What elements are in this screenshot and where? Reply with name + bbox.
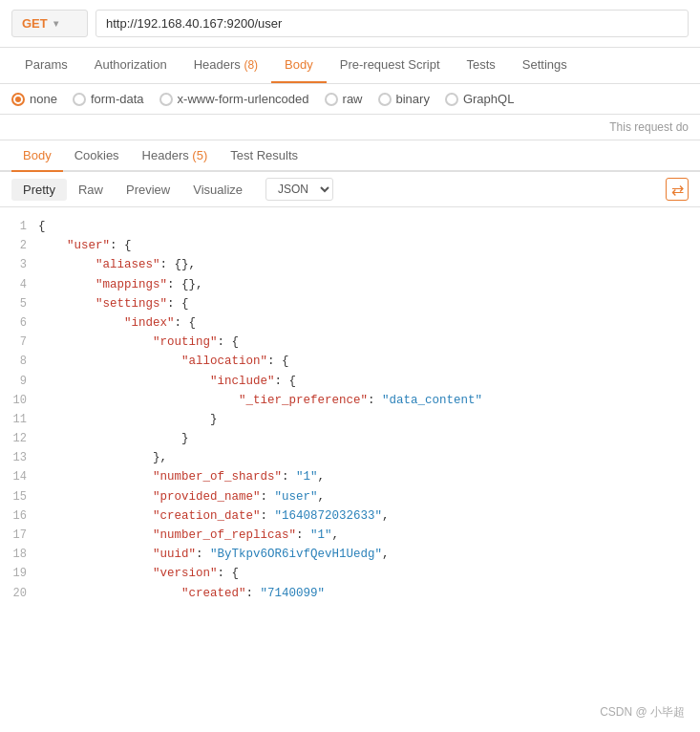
response-tab-body[interactable]: Body <box>11 140 63 172</box>
radio-dot-form-data <box>73 93 86 106</box>
json-line: 5 "settings": { <box>0 294 700 313</box>
tab-params[interactable]: Params <box>11 48 81 83</box>
body-type-row: noneform-datax-www-form-urlencodedrawbin… <box>0 84 700 115</box>
method-label: GET <box>22 16 48 31</box>
body-type-binary[interactable]: binary <box>378 92 430 106</box>
wrap-icon[interactable]: ⇄ <box>666 178 689 201</box>
url-bar: GET ▾ <box>0 0 700 48</box>
response-tab-cookies[interactable]: Cookies <box>63 140 131 172</box>
radio-dot-none <box>11 93 25 106</box>
body-type-x-www-form-urlencoded[interactable]: x-www-form-urlencoded <box>159 92 309 106</box>
tab-tests[interactable]: Tests <box>454 48 509 83</box>
json-line: 6 "index": { <box>0 313 700 333</box>
json-line: 19 "version": { <box>0 564 700 583</box>
sub-tab-row: PrettyRawPreviewVisualizeJSON⇄ <box>0 172 700 207</box>
tab-body[interactable]: Body <box>271 48 327 83</box>
json-line: 10 "_tier_preference": "data_content" <box>0 391 700 410</box>
json-line: 4 "mappings": {}, <box>0 275 700 294</box>
tab-authorization[interactable]: Authorization <box>81 48 180 83</box>
body-type-raw[interactable]: raw <box>325 92 363 106</box>
json-line: 16 "creation_date": "1640872032633", <box>0 506 700 526</box>
request-tabs: ParamsAuthorizationHeaders (8)BodyPre-re… <box>0 48 700 84</box>
body-type-none[interactable]: none <box>11 92 57 106</box>
json-line: 9 "include": { <box>0 372 700 391</box>
json-line: 13 }, <box>0 448 700 467</box>
sub-tab-visualize[interactable]: Visualize <box>181 179 254 201</box>
json-line: 12 } <box>0 429 700 448</box>
sub-tab-raw[interactable]: Raw <box>67 179 115 201</box>
json-line: 2 "user": { <box>0 236 700 255</box>
method-selector[interactable]: GET ▾ <box>11 10 88 37</box>
tab-settings[interactable]: Settings <box>509 48 581 83</box>
radio-dot-x-www-form-urlencoded <box>159 93 173 106</box>
sub-tab-pretty[interactable]: Pretty <box>11 179 67 201</box>
json-line: 20 "created": "7140099" <box>0 584 700 603</box>
response-tabs: BodyCookiesHeaders (5)Test Results <box>0 140 700 172</box>
method-chevron: ▾ <box>53 18 58 29</box>
radio-dot-graphql <box>445 93 458 106</box>
body-type-form-data[interactable]: form-data <box>73 92 144 106</box>
response-tab-headers[interactable]: Headers (5) <box>131 140 220 172</box>
info-bar: This request do <box>0 115 700 140</box>
json-line: 8 "allocation": { <box>0 352 700 371</box>
tab-headers[interactable]: Headers (8) <box>180 48 271 83</box>
format-select-wrap: JSON <box>265 178 333 201</box>
radio-dot-raw <box>325 93 338 106</box>
json-display: 1{2 "user": {3 "aliases": {},4 "mappings… <box>0 207 700 613</box>
radio-dot-binary <box>378 93 392 106</box>
json-line: 15 "provided_name": "user", <box>0 487 700 506</box>
url-input[interactable] <box>95 10 689 37</box>
sub-tab-preview[interactable]: Preview <box>115 179 181 201</box>
json-line: 14 "number_of_shards": "1", <box>0 467 700 486</box>
format-select[interactable]: JSON <box>265 178 333 201</box>
json-line: 11 } <box>0 410 700 429</box>
response-tab-test-results[interactable]: Test Results <box>219 140 309 172</box>
json-line: 1{ <box>0 217 700 236</box>
tab-pre-request[interactable]: Pre-request Script <box>327 48 454 83</box>
json-line: 17 "number_of_replicas": "1", <box>0 526 700 545</box>
body-type-graphql[interactable]: GraphQL <box>445 92 514 106</box>
json-line: 7 "routing": { <box>0 333 700 352</box>
json-line: 18 "uuid": "ByTkpv6OR6ivfQevH1Uedg", <box>0 545 700 564</box>
json-line: 3 "aliases": {}, <box>0 255 700 274</box>
